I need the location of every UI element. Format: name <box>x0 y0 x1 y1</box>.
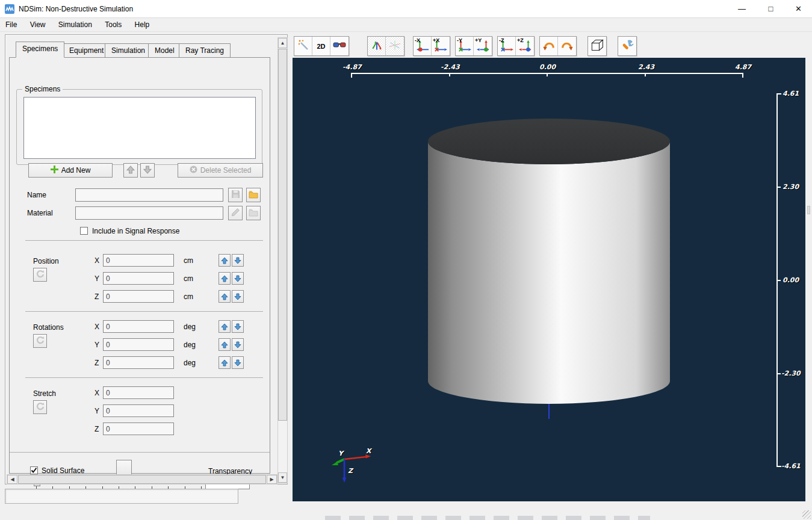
rotations-x-down-button[interactable] <box>232 320 244 333</box>
scroll-left-button[interactable]: ◀ <box>7 475 17 484</box>
rotations-y-down-button[interactable] <box>232 338 244 351</box>
position-z-input[interactable] <box>103 290 174 303</box>
tab-specimens[interactable]: Specimens <box>16 42 64 58</box>
view-pos-z-button[interactable]: +Z <box>516 37 534 55</box>
resize-grip[interactable] <box>802 510 811 519</box>
vertical-scroll-thumb[interactable] <box>278 49 287 421</box>
view-neg-z-button[interactable]: -Z <box>498 37 516 55</box>
rotate-ccw-icon <box>542 39 556 54</box>
rotations-z-up-button[interactable] <box>218 356 231 369</box>
material-library-button[interactable] <box>246 206 261 220</box>
rotations-x-up-button[interactable] <box>218 320 231 333</box>
rotations-z-down-button[interactable] <box>232 356 244 369</box>
add-new-button[interactable]: Add New <box>28 163 113 178</box>
app-window: { "window": { "title": "NDSim: Non-Destr… <box>0 0 812 520</box>
rotations-x-unit: deg <box>184 323 196 331</box>
anaglyph-3d-button[interactable] <box>330 37 349 55</box>
save-specimen-button[interactable] <box>228 188 243 202</box>
scroll-up-button[interactable]: ▲ <box>278 38 287 48</box>
stretch-reset-button[interactable] <box>33 400 47 414</box>
position-y-down-button[interactable] <box>232 272 244 285</box>
show-axes-button[interactable] <box>368 37 386 55</box>
scroll-down-button[interactable]: ▼ <box>278 472 287 483</box>
open-specimen-button[interactable] <box>246 188 261 202</box>
axes-icon <box>370 39 383 53</box>
reset-icon <box>36 402 45 412</box>
position-y-up-button[interactable] <box>218 272 231 285</box>
position-reset-button[interactable] <box>33 268 47 282</box>
wrench-icon <box>621 39 634 54</box>
ruler-top-tick: 2.43 <box>638 63 654 71</box>
horizontal-scroll-thumb[interactable] <box>18 475 266 484</box>
pick-wand-button[interactable] <box>294 37 312 55</box>
rotations-x-axis-label: X <box>95 323 99 331</box>
tab-equipment[interactable]: Equipment <box>63 43 110 58</box>
delete-selected-label: Delete Selected <box>200 166 252 175</box>
rotations-y-up-button[interactable] <box>218 338 231 351</box>
position-y-input[interactable] <box>103 272 174 285</box>
name-input[interactable] <box>75 188 223 202</box>
show-grid-axes-button[interactable] <box>386 37 404 55</box>
view-2d-button[interactable]: 2D <box>312 37 330 55</box>
stretch-y-input[interactable] <box>103 404 174 417</box>
toolbar-group-settings <box>618 36 637 56</box>
tab-model[interactable]: Model <box>148 43 181 58</box>
name-label: Name <box>27 191 46 199</box>
3d-viewport[interactable]: -4.87 -2.43 0.00 2.43 4.87 4.61 2.30 0.0… <box>293 58 805 501</box>
include-signal-response-checkbox[interactable] <box>80 227 88 235</box>
specimens-list[interactable] <box>23 97 256 159</box>
splitter-handle[interactable] <box>807 206 810 214</box>
minimize-button[interactable]: — <box>728 0 755 18</box>
toolbar-group-z-views: -Z +Z <box>497 36 535 56</box>
rotations-y-input[interactable] <box>103 338 174 351</box>
solid-surface-label: Solid Surface <box>42 466 84 475</box>
surface-color-button[interactable] <box>116 460 132 475</box>
scroll-right-button[interactable]: ▶ <box>267 475 277 484</box>
delete-selected-button[interactable]: Delete Selected <box>178 163 263 178</box>
maximize-button[interactable]: □ <box>757 0 784 18</box>
move-down-button[interactable] <box>140 163 155 178</box>
rotations-x-input[interactable] <box>103 320 174 333</box>
triad-y-label: Y <box>338 450 343 457</box>
settings-wrench-button[interactable] <box>618 37 636 55</box>
position-x-input[interactable] <box>103 254 174 267</box>
menu-view[interactable]: View <box>25 18 51 32</box>
move-up-button[interactable] <box>123 163 138 178</box>
position-x-down-button[interactable] <box>232 254 244 267</box>
menu-simulation[interactable]: Simulation <box>53 18 98 32</box>
rotations-y-axis-label: Y <box>95 341 99 349</box>
panel-vertical-scrollbar[interactable]: ▲ ▼ <box>277 37 288 483</box>
rotate-ccw-button[interactable] <box>540 37 558 55</box>
view-pos-y-button[interactable]: +Y <box>474 37 492 55</box>
position-z-down-button[interactable] <box>232 290 244 303</box>
stretch-x-input[interactable] <box>103 386 174 399</box>
rotate-cw-button[interactable] <box>558 37 576 55</box>
tab-ray-tracing[interactable]: Ray Tracing <box>179 43 231 58</box>
material-input[interactable] <box>75 206 223 220</box>
solid-surface-checkbox[interactable] <box>30 466 38 474</box>
rotations-z-input[interactable] <box>103 356 174 369</box>
rotations-reset-button[interactable] <box>33 334 47 348</box>
edit-material-button[interactable] <box>228 206 243 220</box>
position-x-up-button[interactable] <box>218 254 231 267</box>
menu-file[interactable]: File <box>0 18 22 32</box>
view-neg-x-button[interactable]: -X <box>414 37 432 55</box>
panel-horizontal-scrollbar[interactable]: ◀ ▶ <box>7 474 277 484</box>
separator <box>25 240 263 241</box>
tab-simulation[interactable]: Simulation <box>105 43 152 58</box>
view-neg-y-button[interactable]: -Y <box>456 37 474 55</box>
position-x-axis-label: X <box>95 256 99 265</box>
position-z-up-button[interactable] <box>218 290 231 303</box>
window-title: NDSim: Non-Destructive Simulation <box>19 5 133 13</box>
reset-icon <box>36 336 45 346</box>
stretch-z-axis-label: Z <box>95 425 99 433</box>
menu-help[interactable]: Help <box>129 18 155 32</box>
stretch-z-input[interactable] <box>103 422 174 435</box>
material-label: Material <box>27 209 53 217</box>
delete-icon <box>190 166 197 175</box>
menu-tools[interactable]: Tools <box>99 18 127 32</box>
bounding-box-button[interactable] <box>588 37 606 55</box>
view-pos-x-button[interactable]: +X <box>432 37 450 55</box>
close-button[interactable]: ✕ <box>785 0 812 18</box>
rotations-label: Rotations <box>33 323 64 332</box>
